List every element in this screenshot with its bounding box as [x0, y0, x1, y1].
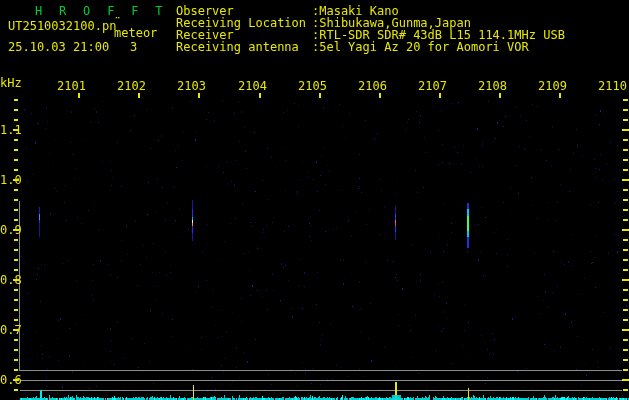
- freq-tick-mark-left: [14, 319, 18, 321]
- freq-tick-mark-left: [14, 99, 18, 101]
- meteor-echo: [467, 237, 469, 248]
- time-tick-label: 2110: [598, 80, 627, 92]
- freq-tick-mark-left: [14, 119, 18, 121]
- freq-tick-mark-left: [13, 279, 19, 281]
- signal-spike: [468, 388, 469, 400]
- freq-tick-mark-left: [14, 349, 18, 351]
- freq-tick-mark-left: [13, 329, 19, 331]
- freq-tick-mark-left: [14, 109, 18, 111]
- meteor-echo: [467, 209, 469, 216]
- meteor-echo: [39, 207, 40, 214]
- freq-tick-mark-left: [14, 339, 18, 341]
- info-value: :5el Yagi Az 20 for Aomori VOR: [312, 41, 529, 53]
- meteor-echo: [192, 233, 193, 241]
- strip-line-bottom: [20, 390, 622, 391]
- freq-tick-mark-left: [14, 209, 18, 211]
- time-tick-label: 2109: [538, 80, 567, 92]
- freq-tick-mark-left: [14, 259, 18, 261]
- datetime-label: 25.10.03 21:00: [8, 41, 109, 53]
- freq-tick-mark-left: [14, 139, 18, 141]
- signal-burst-blob: [392, 395, 401, 400]
- freq-axis-unit: kHz: [0, 77, 22, 89]
- time-tick-label: 2104: [238, 80, 267, 92]
- freq-tick-mark-left: [14, 269, 18, 271]
- hrofft-window: H R O F F T UT2510032100.pn ¨ meteor 25.…: [0, 0, 629, 400]
- meteor-echo: [192, 200, 193, 209]
- time-tick-label: 2105: [298, 80, 327, 92]
- echo-count: 3: [130, 41, 137, 53]
- freq-tick-mark-left: [14, 239, 18, 241]
- freq-tick-mark-left: [14, 249, 18, 251]
- strip-line-middle: [20, 380, 622, 381]
- freq-tick-mark-left: [14, 359, 18, 361]
- freq-tick-mark-left: [14, 289, 18, 291]
- time-tick-label: 2103: [177, 80, 206, 92]
- freq-tick-mark-left: [14, 199, 18, 201]
- freq-tick-mark-left: [13, 229, 19, 231]
- freq-tick-mark-left: [14, 149, 18, 151]
- time-tick-label: 2106: [358, 80, 387, 92]
- freq-tick-mark-left: [14, 369, 18, 371]
- freq-tick-mark-left: [14, 159, 18, 161]
- meteor-echo: [467, 216, 469, 231]
- freq-tick-mark-left: [13, 129, 19, 131]
- meteor-echo: [39, 223, 40, 237]
- signal-spike: [40, 390, 42, 400]
- freq-tick-mark-left: [13, 179, 19, 181]
- freq-tick-mark-left: [14, 219, 18, 221]
- freq-tick-mark-left: [14, 389, 18, 391]
- spectrogram-area: [20, 98, 629, 370]
- freq-tick-mark-left: [14, 189, 18, 191]
- meteor-echo: [395, 232, 396, 240]
- time-tick-label: 2101: [57, 80, 86, 92]
- meteor-echo: [192, 209, 193, 217]
- meteor-echo: [192, 226, 193, 233]
- freq-tick-mark-right: [623, 389, 628, 391]
- freq-tick-mark-left: [13, 379, 19, 381]
- meteor-echo: [395, 206, 396, 214]
- signal-spike: [193, 385, 194, 400]
- time-tick-label: 2108: [478, 80, 507, 92]
- freq-tick-mark-left: [14, 299, 18, 301]
- time-tick-label: 2102: [117, 80, 146, 92]
- band-label: meteor: [114, 27, 157, 39]
- time-tick-label: 2107: [418, 80, 447, 92]
- file-label: UT2510032100.pn: [8, 20, 116, 32]
- app-title: H R O F F T: [35, 5, 167, 17]
- info-label: Receiving antenna: [176, 41, 299, 53]
- freq-tick-mark-right: [622, 379, 629, 381]
- strip-line-top: [20, 370, 622, 371]
- freq-tick-mark-left: [14, 309, 18, 311]
- freq-tick-mark-left: [14, 169, 18, 171]
